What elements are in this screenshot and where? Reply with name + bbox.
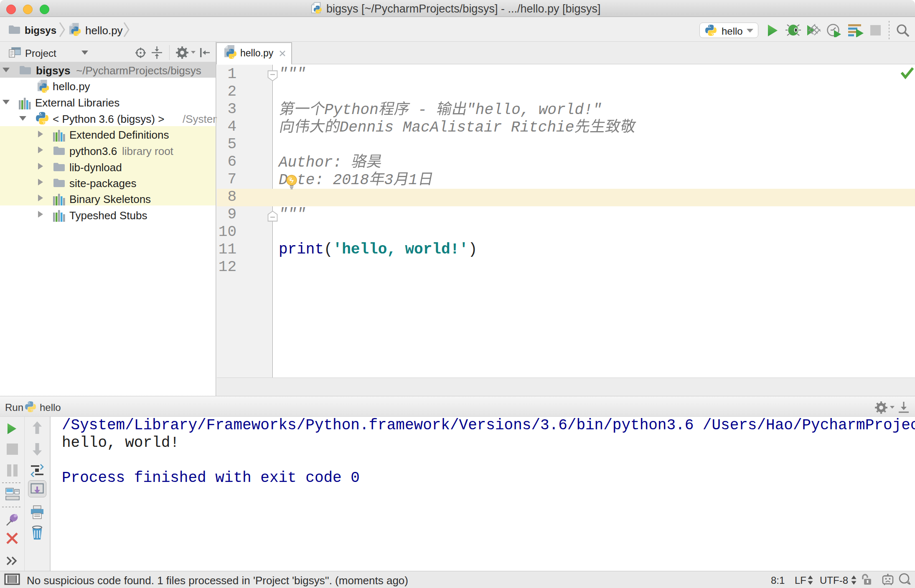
svg-text:-: - (409, 101, 436, 119)
svg-text:3: 3 (384, 172, 393, 189)
svg-text:Author:: Author: (278, 154, 351, 171)
svg-text:"hello, world!": "hello, world!" (466, 101, 602, 119)
svg-text:1: 1 (408, 172, 417, 189)
svg-text:Python: Python (324, 101, 379, 119)
svg-text:Dennis MacAlistair Ritchie: Dennis MacAlistair Ritchie (340, 119, 574, 136)
